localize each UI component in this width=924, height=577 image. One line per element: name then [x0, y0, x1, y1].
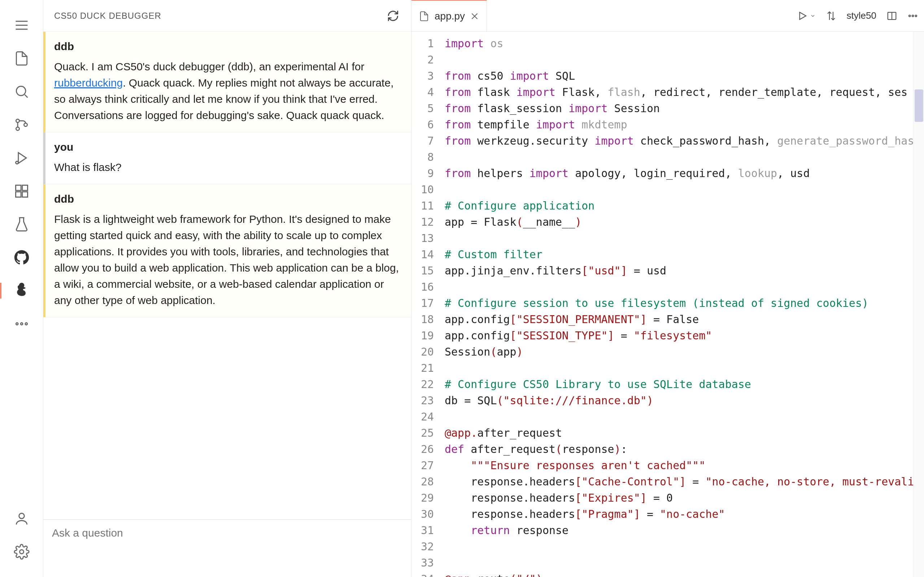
chat-author: you	[54, 141, 402, 153]
code-editor[interactable]: 1234567891011121314151617181920212223242…	[412, 32, 924, 577]
refresh-icon[interactable]	[386, 9, 400, 23]
chat-input[interactable]	[52, 527, 402, 539]
run-debug-icon[interactable]	[11, 148, 32, 168]
chat-author: ddb	[54, 193, 402, 205]
chat-body: Quack. I am CS50's duck debugger (ddb), …	[54, 58, 402, 123]
menu-icon[interactable]	[11, 15, 32, 35]
svg-point-3	[16, 86, 26, 95]
chat-text: Quack. I am CS50's duck debugger (ddb), …	[54, 61, 365, 73]
svg-point-16	[21, 323, 23, 325]
chat-body: What is flask?	[54, 159, 402, 175]
explorer-icon[interactable]	[11, 48, 32, 69]
svg-point-9	[16, 161, 18, 164]
svg-rect-13	[22, 192, 27, 197]
more-icon[interactable]	[11, 314, 32, 334]
search-icon[interactable]	[11, 82, 32, 102]
svg-point-6	[16, 127, 19, 130]
duck-chat-panel: CS50 DUCK DEBUGGER ddb Quack. I am CS50'…	[43, 0, 412, 577]
svg-line-4	[24, 95, 27, 98]
beaker-icon[interactable]	[11, 214, 32, 234]
tab-app-py[interactable]: app.py	[412, 0, 487, 32]
github-icon[interactable]	[11, 247, 32, 268]
minimap-thumb[interactable]	[914, 89, 923, 122]
diff-icon[interactable]	[826, 10, 837, 21]
extensions-icon[interactable]	[11, 181, 32, 201]
svg-point-26	[912, 15, 914, 16]
chat-message-ddb: ddb Flask is a lightweight web framework…	[43, 184, 411, 318]
split-editor-icon[interactable]	[887, 10, 897, 21]
svg-rect-11	[22, 185, 27, 191]
duck-icon[interactable]	[11, 280, 32, 301]
account-icon[interactable]	[11, 508, 32, 529]
activity-bar	[0, 0, 43, 577]
svg-point-19	[19, 550, 23, 554]
svg-point-5	[16, 119, 19, 122]
rubberducking-link[interactable]: rubberducking	[54, 77, 123, 89]
svg-point-15	[16, 323, 18, 325]
source-control-icon[interactable]	[11, 115, 32, 135]
more-actions-icon[interactable]	[908, 10, 918, 21]
tab-label: app.py	[435, 10, 465, 22]
svg-point-25	[909, 15, 911, 16]
svg-point-7	[24, 123, 27, 126]
panel-title: CS50 DUCK DEBUGGER	[54, 11, 162, 21]
chat-body: Flask is a lightweight web framework for…	[54, 211, 402, 308]
chat-message-you: you What is flask?	[43, 132, 411, 184]
svg-rect-10	[16, 185, 21, 191]
close-icon[interactable]	[470, 11, 479, 21]
svg-marker-8	[18, 153, 26, 163]
chat-scroll[interactable]: ddb Quack. I am CS50's duck debugger (dd…	[43, 32, 411, 519]
svg-marker-22	[800, 12, 806, 19]
style50-button[interactable]: style50	[847, 10, 876, 21]
svg-point-17	[25, 323, 27, 325]
run-button[interactable]	[797, 10, 816, 21]
svg-point-18	[19, 513, 24, 519]
file-icon	[419, 11, 430, 22]
line-number-gutter: 1234567891011121314151617181920212223242…	[412, 32, 445, 577]
code-content[interactable]: import os from cs50 import SQLfrom flask…	[445, 32, 924, 577]
chat-author: ddb	[54, 40, 402, 53]
svg-rect-12	[16, 192, 21, 197]
chat-input-area	[43, 519, 411, 577]
editor-area: app.py style50 1234567891011121314151617…	[412, 0, 924, 577]
chat-message-ddb: ddb Quack. I am CS50's duck debugger (dd…	[43, 32, 411, 132]
settings-gear-icon[interactable]	[11, 542, 32, 562]
tab-bar: app.py style50	[412, 0, 924, 32]
svg-point-27	[915, 15, 917, 16]
minimap[interactable]	[913, 32, 924, 577]
